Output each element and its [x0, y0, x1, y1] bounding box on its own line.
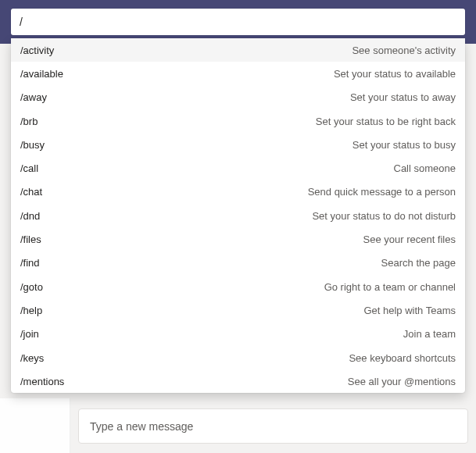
command-description: See your recent files — [363, 234, 456, 245]
compose-area: Type a new message — [0, 398, 476, 453]
command-row[interactable]: /dndSet your status to do not disturb — [11, 204, 465, 227]
command-row[interactable]: /chatSend quick message to a person — [11, 180, 465, 204]
command-name: /activity — [20, 45, 54, 56]
command-description: Get help with Teams — [363, 305, 456, 316]
command-row[interactable]: /callCall someone — [11, 156, 465, 180]
command-row[interactable]: /awaySet your status to away — [11, 86, 465, 109]
command-name: /join — [20, 328, 39, 340]
command-description: See all your @mentions — [348, 376, 456, 387]
command-description: Send quick message to a person — [308, 186, 456, 198]
command-name: /dnd — [20, 210, 40, 222]
command-description: See someone's activity — [352, 45, 456, 56]
command-description: Set your status to busy — [353, 139, 456, 151]
command-name: /chat — [20, 186, 42, 198]
command-row[interactable]: /joinJoin a team — [11, 323, 465, 346]
command-name: /available — [20, 68, 63, 80]
command-description: Set your status to be right back — [316, 116, 456, 127]
command-name: /busy — [20, 139, 45, 151]
app-header — [0, 0, 476, 44]
command-name: /goto — [20, 281, 43, 293]
command-description: Call someone — [394, 162, 456, 174]
command-name: /mentions — [20, 376, 64, 387]
command-description: Join a team — [403, 328, 456, 340]
command-row[interactable]: /activitySee someone's activity — [11, 38, 465, 62]
command-name: /find — [20, 257, 40, 269]
command-name: /keys — [20, 352, 44, 364]
command-row[interactable]: /findSearch the page — [11, 251, 465, 275]
command-name: /away — [20, 91, 47, 103]
command-row[interactable]: /gotoGo right to a team or channel — [11, 275, 465, 298]
command-row[interactable]: /busySet your status to busy — [11, 133, 465, 156]
command-row[interactable]: /availableSet your status to available — [11, 62, 465, 85]
command-description: Search the page — [381, 257, 456, 269]
command-row[interactable]: /keysSee keyboard shortcuts — [11, 346, 465, 369]
command-description: Set your status to away — [350, 91, 456, 103]
command-name: /brb — [20, 116, 38, 127]
command-row[interactable]: /filesSee your recent files — [11, 227, 465, 251]
command-name: /help — [20, 305, 42, 316]
command-row[interactable]: /mentionsSee all your @mentions — [11, 369, 465, 393]
search-input[interactable] — [20, 9, 456, 35]
command-description: Set your status to do not disturb — [312, 210, 456, 222]
command-description: Set your status to available — [334, 68, 456, 80]
message-input-placeholder: Type a new message — [90, 420, 193, 433]
command-box[interactable] — [11, 9, 465, 35]
command-description: See keyboard shortcuts — [349, 352, 456, 364]
command-suggestions-dropdown: /activitySee someone's activity/availabl… — [11, 38, 465, 393]
command-name: /call — [20, 162, 38, 174]
command-name: /files — [20, 234, 41, 245]
left-gutter — [0, 398, 70, 453]
command-description: Go right to a team or channel — [324, 281, 456, 293]
message-input[interactable]: Type a new message — [78, 408, 468, 444]
command-row[interactable]: /brbSet your status to be right back — [11, 109, 465, 133]
command-row[interactable]: /helpGet help with Teams — [11, 298, 465, 322]
